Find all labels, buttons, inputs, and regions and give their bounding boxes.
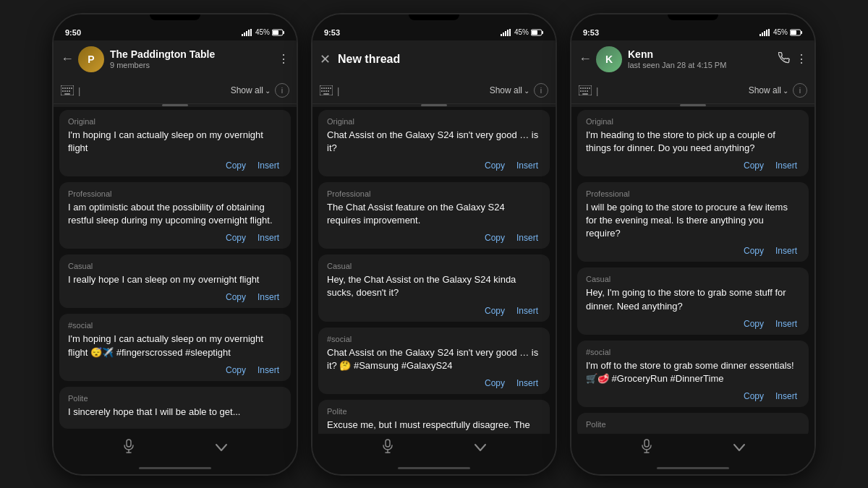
svg-rect-15 [64, 90, 66, 92]
card-actions: CopyInsert [327, 159, 541, 172]
card-label: Polite [586, 420, 800, 429]
card-actions: CopyInsert [68, 159, 282, 172]
svg-rect-45 [762, 33, 763, 36]
card-label: Original [586, 117, 800, 126]
info-button[interactable]: i [793, 83, 807, 98]
svg-rect-13 [71, 87, 72, 89]
svg-rect-41 [386, 440, 390, 447]
copy-button[interactable]: Copy [482, 159, 508, 172]
copy-button[interactable]: Copy [741, 317, 767, 330]
show-all-button[interactable]: Show all ⌄ [490, 85, 529, 95]
svg-rect-61 [587, 90, 588, 92]
status-time: 9:53 [324, 28, 340, 37]
app-bar-info: The Paddington Table9 members [110, 48, 278, 69]
card-text: Hey, the Chat Assist on the Galaxy S24 k… [327, 273, 541, 299]
svg-rect-12 [69, 87, 70, 89]
insert-button[interactable]: Insert [255, 231, 282, 244]
svg-rect-3 [248, 30, 250, 36]
show-all-label: Show all [490, 85, 522, 95]
mic-icon[interactable] [123, 439, 135, 457]
chevron-svg [733, 443, 746, 452]
menu-button[interactable]: ⋮ [278, 52, 289, 66]
copy-button[interactable]: Copy [741, 244, 767, 257]
card-text: I'm hoping I can actually sleep on my ov… [68, 129, 282, 155]
status-bar: 9:50 45% [54, 22, 297, 40]
app-bar-title: New thread [338, 52, 548, 66]
battery-level-icon [790, 29, 803, 36]
back-button[interactable]: ← [579, 51, 592, 67]
svg-rect-58 [580, 90, 582, 92]
insert-button[interactable]: Insert [255, 159, 282, 172]
svg-rect-56 [587, 87, 588, 89]
copy-button[interactable]: Copy [741, 390, 767, 403]
svg-rect-28 [542, 31, 543, 34]
insert-button[interactable]: Insert [773, 390, 800, 403]
mic-svg [641, 439, 652, 453]
battery-icon: 45% [255, 28, 270, 36]
mic-icon[interactable] [641, 439, 652, 457]
signal-icon [760, 29, 770, 36]
card-label: Professional [68, 189, 282, 198]
keyboard-icon [320, 85, 333, 95]
show-all-button[interactable]: Show all ⌄ [231, 85, 271, 95]
svg-rect-2 [246, 31, 247, 36]
card-actions: CopyInsert [586, 159, 800, 172]
copy-button[interactable]: Copy [223, 231, 249, 244]
chevron-down-nav-icon[interactable] [733, 440, 746, 455]
menu-button[interactable]: ⋮ [796, 52, 807, 66]
bottom-nav [312, 434, 556, 463]
copy-button[interactable]: Copy [223, 364, 249, 377]
copy-button[interactable]: Copy [223, 291, 249, 304]
show-all-button[interactable]: Show all ⌄ [749, 85, 788, 95]
chevron-svg [474, 443, 487, 452]
insert-button[interactable]: Insert [773, 159, 800, 172]
card-casual: CasualI really hope I can sleep on my ov… [59, 254, 291, 308]
svg-rect-55 [584, 87, 586, 89]
status-icons: 45% [242, 28, 285, 36]
card-original: OriginalChat Assist on the Galaxy S24 is… [318, 110, 550, 176]
chevron-down-nav-icon[interactable] [215, 440, 228, 455]
card-original: OriginalI'm hoping I can actually sleep … [59, 110, 291, 176]
card-original: OriginalI'm heading to the store to pick… [577, 110, 809, 176]
card-label: #social [68, 321, 282, 330]
status-bar: 9:53 45% [571, 22, 814, 40]
insert-button[interactable]: Insert [773, 244, 800, 257]
svg-rect-48 [768, 29, 770, 36]
svg-rect-23 [503, 33, 504, 36]
copy-button[interactable]: Copy [482, 304, 508, 317]
back-button[interactable]: ← [61, 51, 74, 67]
insert-button[interactable]: Insert [255, 291, 282, 304]
keyboard-icon [579, 85, 592, 95]
phone-phone2: 9:53 45% ✕New thread | Sh [311, 13, 557, 476]
chevron-down-nav-icon[interactable] [474, 440, 487, 455]
insert-button[interactable]: Insert [514, 159, 541, 172]
insert-button[interactable]: Insert [255, 364, 282, 377]
card-actions: CopyInsert [68, 364, 282, 377]
mic-icon[interactable] [382, 439, 393, 457]
insert-button[interactable]: Insert [514, 304, 541, 317]
app-bar-actions: ⋮ [278, 52, 289, 66]
cards-area: OriginalI'm hoping I can actually sleep … [54, 107, 297, 434]
svg-rect-51 [791, 30, 796, 35]
info-button[interactable]: i [534, 83, 548, 98]
close-button[interactable]: ✕ [320, 51, 331, 67]
copy-button[interactable]: Copy [741, 159, 767, 172]
info-button[interactable]: i [275, 83, 289, 98]
card-professional: ProfessionalI am optimistic about the po… [59, 182, 291, 249]
card-text: I sincerely hope that I will be able to … [68, 406, 282, 419]
copy-button[interactable]: Copy [482, 231, 508, 244]
insert-button[interactable]: Insert [514, 377, 541, 390]
copy-button[interactable]: Copy [482, 377, 508, 390]
insert-button[interactable]: Insert [514, 231, 541, 244]
call-icon[interactable] [778, 52, 790, 67]
toolbar-row: | Show all ⌄i [571, 78, 814, 104]
svg-rect-34 [328, 87, 329, 89]
card-polite: PoliteI sincerely hope that I will be ab… [59, 387, 291, 429]
insert-button[interactable]: Insert [773, 317, 800, 330]
card--social: #socialI'm off to the store to grab some… [577, 341, 809, 407]
copy-button[interactable]: Copy [223, 159, 249, 172]
card-professional: ProfessionalI will be going to the store… [577, 182, 809, 262]
chevron-down-icon: ⌄ [524, 87, 529, 95]
svg-rect-47 [766, 30, 767, 36]
avatar: P [78, 46, 104, 72]
